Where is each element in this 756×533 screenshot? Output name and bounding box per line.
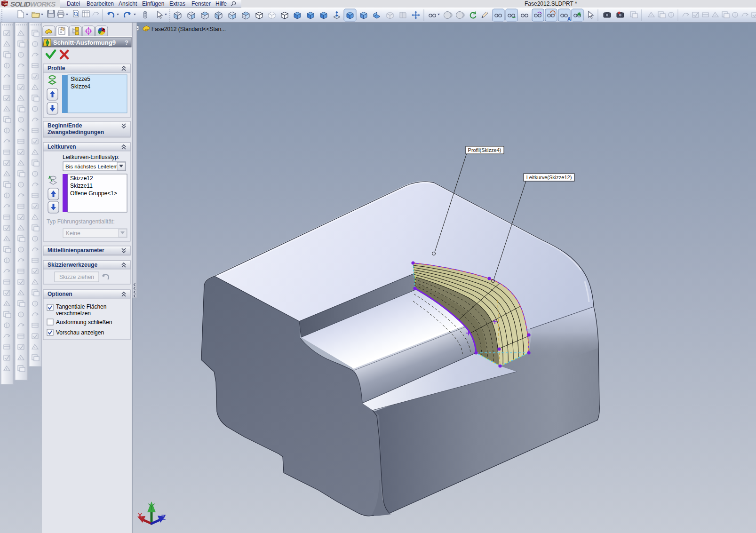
svg-text:verschmelzen: verschmelzen — [56, 310, 91, 317]
svg-text:Extras: Extras — [169, 0, 185, 7]
svg-text:Einfügen: Einfügen — [142, 0, 164, 7]
svg-text:Beginn/Ende: Beginn/Ende — [48, 122, 82, 129]
svg-text:Ansicht: Ansicht — [119, 0, 137, 7]
svg-text:Hilfe: Hilfe — [215, 0, 227, 7]
svg-text:Mittellinienparameter: Mittellinienparameter — [48, 247, 104, 254]
svg-text:Profile: Profile — [48, 65, 65, 72]
svg-text:Profil(Skizze4): Profil(Skizze4) — [468, 147, 501, 153]
svg-text:Fase2012 (Standard<<Stan...: Fase2012 (Standard<<Stan... — [151, 26, 226, 32]
svg-text:Skizze5: Skizze5 — [71, 76, 90, 82]
svg-text:Tangentiale Flächen: Tangentiale Flächen — [56, 303, 106, 310]
svg-text:Skizze11: Skizze11 — [70, 183, 93, 189]
svg-text:Skizze4: Skizze4 — [71, 83, 90, 90]
svg-text:WORKS: WORKS — [30, 0, 56, 8]
svg-text:Skizzierwerkzeuge: Skizzierwerkzeuge — [48, 262, 97, 268]
svg-text:SOLID: SOLID — [10, 0, 31, 8]
svg-text:W: W — [5, 2, 8, 6]
svg-text:Fenster: Fenster — [191, 0, 211, 7]
svg-text:Datei: Datei — [67, 0, 80, 7]
svg-text:Offene Gruppe<1>: Offene Gruppe<1> — [70, 190, 117, 197]
svg-text:Typ Führungstangentialität:: Typ Führungstangentialität: — [47, 218, 115, 225]
svg-text:?: ? — [125, 39, 128, 46]
svg-text:Fase2012.SLDPRT *: Fase2012.SLDPRT * — [525, 0, 577, 7]
svg-text:Optionen: Optionen — [48, 291, 72, 297]
svg-text:A: A — [567, 16, 571, 22]
svg-text:Bis nächstes Leitelemen: Bis nächstes Leitelemen — [65, 164, 124, 169]
svg-text:Skizze ziehen: Skizze ziehen — [59, 274, 94, 280]
svg-text:Bearbeiten: Bearbeiten — [87, 0, 114, 7]
svg-text:Keine: Keine — [66, 230, 80, 237]
svg-text:Skizze12: Skizze12 — [70, 175, 93, 182]
svg-text:Vorschau anzeigen: Vorschau anzeigen — [56, 329, 104, 336]
svg-text:Schnitt-Ausformung9: Schnitt-Ausformung9 — [53, 39, 116, 46]
svg-text:Leitkurve(Skizze12): Leitkurve(Skizze12) — [526, 175, 572, 180]
svg-text:Leitkurven: Leitkurven — [48, 143, 76, 150]
svg-text:Ausformung schließen: Ausformung schließen — [56, 319, 112, 326]
svg-text:Zwangsbedingungen: Zwangsbedingungen — [48, 129, 104, 135]
svg-text:Leitkurven-Einflusstyp:: Leitkurven-Einflusstyp: — [63, 154, 119, 160]
